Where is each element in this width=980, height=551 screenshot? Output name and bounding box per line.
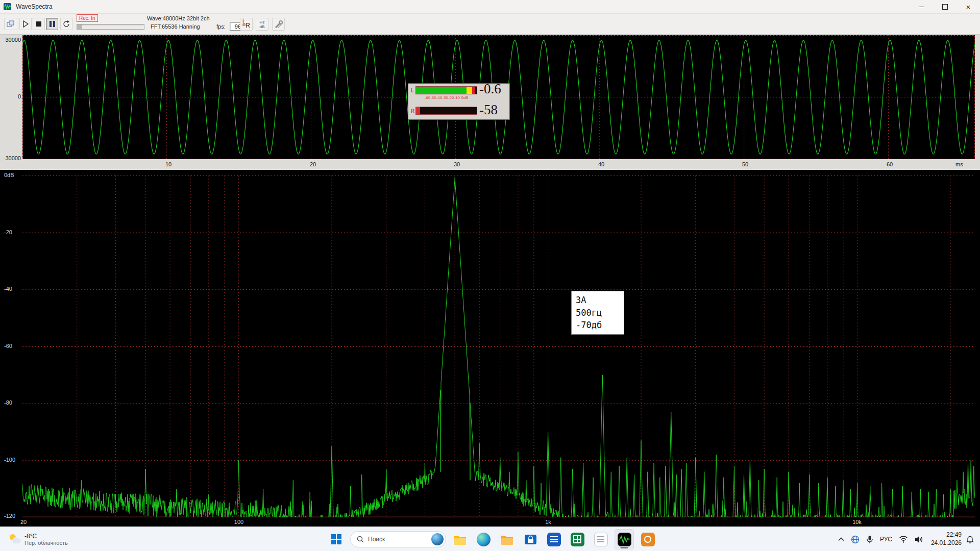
language-indicator[interactable]: РУС	[878, 529, 894, 549]
meter-left-label: L	[411, 88, 414, 93]
stop-button[interactable]	[33, 18, 45, 30]
clock-date: 24.01.2026	[931, 539, 962, 547]
rec-in-indicator: Rec. In	[77, 14, 98, 22]
taskbar-item-file-explorer[interactable]	[450, 529, 470, 549]
tray-overflow-button[interactable]	[836, 529, 846, 549]
clock-widget[interactable]: 22:49 24.01.2026	[931, 531, 962, 547]
spec-y-tick-60: -60	[4, 343, 12, 349]
wave-y-tick-min: -30000	[1, 155, 21, 161]
search-placeholder: Поиск	[368, 536, 427, 543]
settings-button[interactable]	[272, 18, 285, 31]
maximize-button[interactable]	[933, 0, 957, 13]
minimize-icon	[919, 7, 924, 7]
weather-widget[interactable]: -8°C Пер. облачность	[3, 529, 72, 549]
meter-left-bar	[415, 86, 477, 94]
search-icon	[357, 536, 364, 543]
position-slider[interactable]	[77, 24, 144, 30]
fps-label: fps:	[216, 23, 226, 30]
annotation-line-1: 3A	[576, 294, 620, 307]
spec-x-tick-10k: 10k	[845, 519, 869, 525]
pause-button[interactable]	[46, 18, 58, 30]
minimize-button[interactable]	[910, 0, 933, 13]
taskbar-item-wavespectra-active[interactable]	[615, 529, 634, 549]
spectrum-chart	[22, 176, 975, 517]
fft-info: FFT:65536 Hanning	[151, 23, 200, 30]
spec-x-tick-20: 20	[17, 519, 30, 525]
taskbar: -8°C Пер. облачность Поиск	[0, 527, 980, 551]
stop-icon	[36, 21, 41, 27]
window-controls: ×	[910, 0, 980, 13]
file-explorer-icon	[453, 533, 467, 546]
wave-y-tick-max: 30000	[1, 37, 21, 43]
wave-x-tick-30: 30	[447, 161, 467, 167]
clock-time: 22:49	[931, 531, 962, 539]
close-button[interactable]: ×	[957, 0, 980, 13]
notification-center-button[interactable]	[964, 529, 976, 549]
volume-button[interactable]	[913, 529, 925, 549]
wifi-button[interactable]	[897, 529, 910, 549]
store-icon	[524, 533, 537, 546]
meter-scale: -60-50-40-30-20-10 0dB	[414, 95, 478, 100]
spec-y-tick-40: -40	[4, 286, 12, 292]
db-label: dB	[260, 24, 265, 29]
word-icon	[547, 533, 561, 546]
spec-y-tick-80: -80	[4, 399, 12, 406]
excel-icon	[571, 533, 584, 546]
media-player-icon	[641, 533, 655, 546]
tray-microphone-button[interactable]	[864, 529, 875, 549]
meter-right-bar	[415, 107, 477, 115]
pause-icon	[50, 21, 55, 27]
level-meter-window[interactable]: L -0.6 -60-50-40-30-20-10 0dB R -58	[408, 83, 510, 120]
spec-y-tick-120: -120	[4, 513, 15, 519]
wave-format-info: Wave:48000Hz 32bit 2ch	[147, 15, 210, 21]
hz-label: Hz	[260, 20, 265, 24]
taskbar-item-word[interactable]	[544, 529, 564, 549]
search-box[interactable]: Поиск	[350, 531, 446, 547]
meter-left-value: -0.6	[479, 81, 501, 97]
chevron-up-icon	[838, 537, 844, 541]
windows-logo-icon	[331, 534, 342, 545]
taskbar-item-excel[interactable]	[568, 529, 587, 549]
wave-x-tick-40: 40	[591, 161, 611, 167]
waveform-panel: 30000 0 -30000 10 20 30 40 50 60 ms L -0…	[0, 35, 980, 170]
weather-temperature: -8°C	[24, 533, 68, 540]
meter-right-value: -58	[479, 102, 498, 118]
tray-browser-button[interactable]	[849, 529, 862, 549]
spec-x-tick-1k: 1k	[540, 519, 556, 525]
annotation-note[interactable]: 3A 500гц -70дб	[571, 291, 624, 335]
meter-right-label: R	[411, 108, 414, 114]
wavespectra-taskbar-icon	[618, 533, 631, 546]
taskbar-item-folder[interactable]	[497, 529, 517, 549]
taskbar-center: Поиск	[327, 529, 657, 549]
speaker-icon	[915, 536, 923, 543]
play-icon	[21, 20, 30, 28]
meter-right-bar-fill	[416, 107, 420, 114]
channel-l-label: L	[242, 19, 246, 26]
spectrum-plot[interactable]	[22, 176, 975, 517]
loop-icon	[62, 20, 70, 28]
taskbar-item-media-player[interactable]	[638, 529, 657, 549]
folder-icon	[500, 533, 514, 546]
annotation-line-3: -70дб	[576, 319, 620, 332]
spec-x-tick-100: 100	[230, 519, 248, 525]
channel-select-button[interactable]: L R	[240, 18, 253, 31]
dual-window-button[interactable]	[4, 18, 17, 30]
axis-scale-button[interactable]: Hz dB	[256, 18, 268, 31]
taskbar-item-edge[interactable]	[474, 529, 493, 549]
close-icon: ×	[966, 3, 971, 11]
wave-x-axis-unit: ms	[955, 161, 963, 167]
maximize-icon	[942, 4, 948, 10]
spec-y-tick-100: -100	[4, 457, 15, 463]
taskbar-item-notepad[interactable]	[591, 529, 610, 549]
start-button[interactable]	[327, 529, 346, 549]
wave-y-tick-zero: 0	[1, 93, 21, 99]
wave-x-tick-60: 60	[879, 161, 900, 167]
notification-bell-icon	[966, 535, 974, 543]
loop-button[interactable]	[60, 18, 72, 30]
play-button[interactable]	[19, 18, 32, 30]
globe-icon	[851, 535, 860, 544]
taskbar-item-store[interactable]	[521, 529, 540, 549]
spec-y-tick-0: 0dB	[4, 172, 14, 178]
toolbar: Rec. In Wave:48000Hz 32bit 2ch FFT:65536…	[0, 14, 980, 35]
titlebar: WaveSpectra ×	[0, 0, 980, 14]
